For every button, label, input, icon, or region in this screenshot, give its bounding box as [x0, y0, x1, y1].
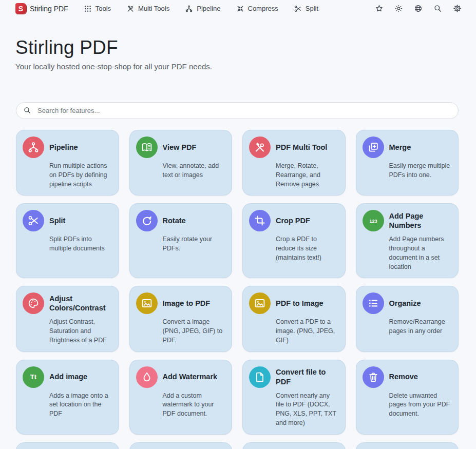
merge-icon — [363, 136, 384, 158]
image-icon — [249, 292, 271, 314]
tool-card-title: Add Watermark — [163, 372, 218, 381]
tool-card-add-page-numbers[interactable]: 123 Add Page Numbers Add Page numbers th… — [356, 203, 459, 278]
text-tt-icon: Tt — [23, 366, 44, 388]
tool-card-description: Merge, Rotate, Rearrange, and Remove pag… — [276, 162, 338, 189]
tool-card-description: Crop a PDF to reduce its size (maintains… — [276, 235, 338, 262]
trash-icon — [363, 366, 384, 388]
tool-card-add-watermark[interactable]: Add Watermark Add a custom watermark to … — [129, 360, 233, 435]
tool-card-pdf-to-image[interactable]: PDF to Image Convert a PDF to a image. (… — [242, 286, 346, 352]
tools-icon — [126, 5, 135, 13]
tool-card-title: Merge — [389, 143, 411, 152]
tool-card-description: Add Page numbers throughout a document i… — [389, 235, 452, 271]
tool-card-add-image[interactable]: Tt Add image Adds a image onto a set loc… — [16, 360, 119, 435]
tool-card-split[interactable]: Split Split PDFs into multiple documents — [16, 203, 119, 278]
pipeline-icon — [185, 5, 193, 13]
nav-item-pipeline[interactable]: Pipeline — [185, 5, 220, 13]
scissors-icon — [294, 5, 302, 13]
tool-card-pipeline[interactable]: Pipeline Run multiple actions on PDFs by… — [16, 130, 119, 196]
grid-icon — [84, 5, 92, 13]
tool-card-description: Adjust Contrast, Saturation and Brightne… — [49, 318, 112, 345]
tool-card-description: Run multiple actions on PDFs by defining… — [49, 162, 112, 189]
nav-item-split[interactable]: Split — [294, 5, 318, 13]
page-header: Stirling PDF Your locally hosted one-sto… — [0, 17, 476, 71]
tools-grid: Pipeline Run multiple actions on PDFs by… — [16, 130, 459, 449]
nav-item-label: Pipeline — [197, 5, 220, 12]
tool-card-convert-file-to-pdf[interactable]: Convert file to PDF Convert nearly any f… — [242, 360, 346, 435]
tool-card-title: Convert file to PDF — [276, 367, 338, 386]
tool-card-remove-password[interactable]: Remove Password Remove password protecti… — [129, 442, 233, 449]
book-icon — [136, 136, 158, 158]
rotate-icon — [136, 210, 158, 231]
tool-card-change-metadata[interactable]: Change Metadata Change/Remove/Add metada… — [356, 442, 459, 449]
theme-toggle-button[interactable] — [394, 4, 403, 13]
search-button[interactable] — [433, 4, 442, 13]
stirling-logo-icon: S — [15, 3, 26, 14]
tool-card-title: Pipeline — [49, 143, 78, 152]
settings-button[interactable] — [453, 4, 462, 13]
feature-search — [16, 102, 459, 119]
scissors-icon — [23, 210, 44, 231]
tool-card-pdf-multi-tool[interactable]: PDF Multi Tool Merge, Rotate, Rearrange,… — [242, 130, 346, 196]
tool-card-description: Delete unwanted pages from your PDF docu… — [389, 392, 452, 419]
tool-card-compress[interactable]: Compress Compress PDFs to reduce their f… — [242, 442, 346, 449]
tool-card-title: Image to PDF — [163, 299, 211, 308]
tool-card-description: Convert nearly any file to PDF (DOCX, PN… — [276, 392, 338, 428]
tool-card-description: Remove/Rearrange pages in any order — [389, 318, 452, 336]
nav-item-label: Split — [306, 5, 318, 12]
tool-card-description: Easily rotate your PDFs. — [163, 235, 225, 253]
tool-card-add-password[interactable]: Add Password Encrypt your PDF document w… — [16, 442, 119, 449]
svg-text:123: 123 — [369, 219, 377, 224]
tool-card-description: Split PDFs into multiple documents — [49, 235, 112, 253]
nav-item-compress[interactable]: Compress — [236, 5, 278, 13]
tool-card-adjust-colors-contrast[interactable]: Adjust Colors/Contrast Adjust Contrast, … — [16, 286, 119, 352]
page-title: Stirling PDF — [15, 37, 459, 58]
palette-icon — [23, 292, 44, 314]
favorites-button[interactable] — [375, 4, 384, 13]
brand-label: Stirling PDF — [30, 5, 68, 13]
tool-card-description: Adds a image onto a set location on the … — [49, 392, 112, 419]
tool-card-title: Crop PDF — [276, 216, 310, 225]
num123-icon: 123 — [363, 210, 384, 231]
tool-card-description: Add a custom watermark to your PDF docum… — [163, 392, 225, 419]
nav-actions — [375, 4, 462, 13]
droplet-icon — [136, 366, 158, 388]
tool-card-description: View, annotate, add text or images — [163, 162, 225, 180]
tool-card-title: Rotate — [163, 216, 186, 225]
list-icon — [363, 292, 384, 314]
image-icon — [136, 292, 158, 314]
nav-item-label: Compress — [248, 5, 278, 12]
tool-card-title: PDF to Image — [276, 299, 323, 308]
tool-card-remove[interactable]: Remove Delete unwanted pages from your P… — [356, 360, 459, 435]
tool-card-title: Split — [49, 216, 65, 225]
tool-card-organize[interactable]: Organize Remove/Rearrange pages in any o… — [356, 286, 459, 352]
tool-card-title: Add Page Numbers — [389, 211, 452, 230]
tool-card-description: Convert a PDF to a image. (PNG, JPEG, GI… — [276, 318, 338, 345]
nav-item-multi-tools[interactable]: Multi Tools — [126, 5, 169, 13]
tool-card-crop-pdf[interactable]: Crop PDF Crop a PDF to reduce its size (… — [242, 203, 346, 278]
tool-card-rotate[interactable]: Rotate Easily rotate your PDFs. — [129, 203, 233, 278]
brand-home-link[interactable]: S Stirling PDF — [15, 3, 68, 14]
tool-card-view-pdf[interactable]: View PDF View, annotate, add text or ima… — [129, 130, 233, 196]
file-icon — [249, 366, 271, 388]
tool-card-merge[interactable]: Merge Easily merge multiple PDFs into on… — [356, 130, 459, 196]
nav-item-label: Multi Tools — [138, 5, 169, 12]
nav-menu: Tools Multi Tools Pipeline Compress Spli… — [84, 5, 318, 13]
tool-card-title: View PDF — [163, 143, 197, 152]
compress-icon — [236, 5, 244, 13]
page-subtitle: Your locally hosted one-stop-shop for al… — [15, 62, 459, 71]
crop-icon — [249, 210, 271, 231]
top-navbar: S Stirling PDF Tools Multi Tools Pipelin… — [0, 0, 476, 17]
tool-card-title: Organize — [389, 299, 421, 308]
tool-card-description: Convert a image (PNG, JPEG, GIF) to PDF. — [163, 318, 225, 345]
tool-card-title: Add image — [49, 372, 87, 381]
language-button[interactable] — [414, 4, 423, 13]
nav-item-tools[interactable]: Tools — [84, 5, 111, 13]
tool-card-title: PDF Multi Tool — [276, 143, 327, 152]
svg-text:Tt: Tt — [30, 373, 37, 381]
search-input[interactable] — [16, 102, 459, 119]
tool-card-title: Adjust Colors/Contrast — [49, 294, 112, 313]
pipeline-icon — [23, 136, 44, 158]
tool-card-image-to-pdf[interactable]: Image to PDF Convert a image (PNG, JPEG,… — [129, 286, 233, 352]
nav-item-label: Tools — [96, 5, 111, 12]
tools-icon — [249, 136, 271, 158]
